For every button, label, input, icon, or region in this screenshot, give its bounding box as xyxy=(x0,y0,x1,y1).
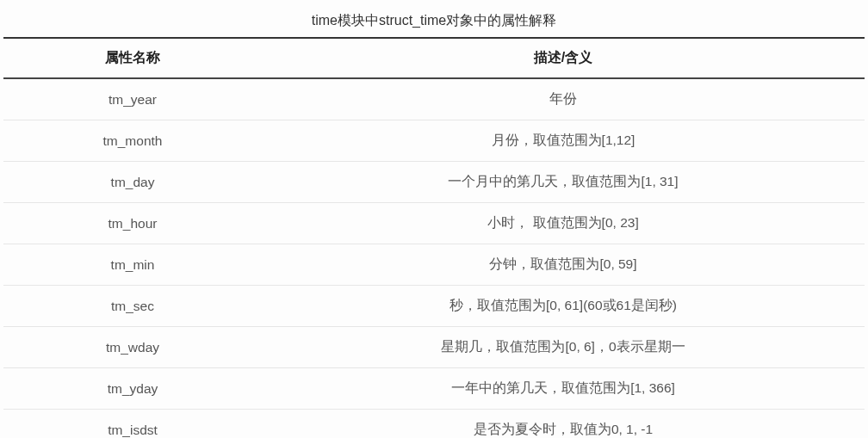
attr-desc: 小时， 取值范围为[0, 23] xyxy=(262,203,865,244)
table-row: tm_min 分钟，取值范围为[0, 59] xyxy=(3,244,865,286)
attr-desc: 星期几，取值范围为[0, 6]，0表示星期一 xyxy=(262,327,865,368)
attr-name: tm_sec xyxy=(3,286,262,327)
attr-name: tm_hour xyxy=(3,203,262,244)
attr-name: tm_year xyxy=(3,78,262,120)
attr-name: tm_min xyxy=(3,244,262,286)
attr-desc: 月份，取值范围为[1,12] xyxy=(262,120,865,162)
attr-name: tm_month xyxy=(3,120,262,162)
table-row: tm_day 一个月中的第几天，取值范围为[1, 31] xyxy=(3,162,865,203)
table-row: tm_wday 星期几，取值范围为[0, 6]，0表示星期一 xyxy=(3,327,865,368)
attr-name: tm_yday xyxy=(3,368,262,410)
attr-name: tm_wday xyxy=(3,327,262,368)
attr-desc: 一年中的第几天，取值范围为[1, 366] xyxy=(262,368,865,410)
attr-name: tm_day xyxy=(3,162,262,203)
table-caption-row: time模块中struct_time对象中的属性解释 xyxy=(3,3,865,38)
table-header-row: 属性名称 描述/含义 xyxy=(3,38,865,78)
attr-desc: 分钟，取值范围为[0, 59] xyxy=(262,244,865,286)
table-row: tm_sec 秒，取值范围为[0, 61](60或61是闰秒) xyxy=(3,286,865,327)
table-row: tm_hour 小时， 取值范围为[0, 23] xyxy=(3,203,865,244)
header-name: 属性名称 xyxy=(3,38,262,78)
attr-desc: 秒，取值范围为[0, 61](60或61是闰秒) xyxy=(262,286,865,327)
table-row: tm_yday 一年中的第几天，取值范围为[1, 366] xyxy=(3,368,865,410)
table-row: tm_year 年份 xyxy=(3,78,865,120)
table-caption: time模块中struct_time对象中的属性解释 xyxy=(3,3,865,38)
table-row: tm_month 月份，取值范围为[1,12] xyxy=(3,120,865,162)
table-row: tm_isdst 是否为夏令时，取值为0, 1, -1 xyxy=(3,410,865,439)
attr-desc: 是否为夏令时，取值为0, 1, -1 xyxy=(262,410,865,439)
attr-desc: 年份 xyxy=(262,78,865,120)
header-desc: 描述/含义 xyxy=(262,38,865,78)
struct-time-table: time模块中struct_time对象中的属性解释 属性名称 描述/含义 tm… xyxy=(3,3,865,438)
attr-desc: 一个月中的第几天，取值范围为[1, 31] xyxy=(262,162,865,203)
attr-name: tm_isdst xyxy=(3,410,262,439)
